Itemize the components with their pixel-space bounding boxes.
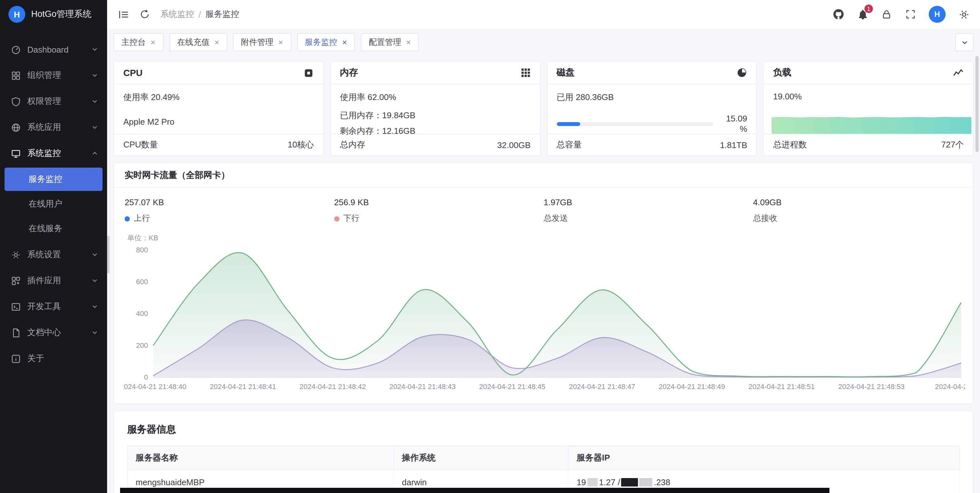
- sidebar-item-label: 关于: [27, 353, 98, 364]
- ip-text: 1.27 /: [599, 477, 620, 487]
- sidebar-item-monitor[interactable]: 系统监控: [0, 140, 107, 166]
- svg-text:600: 600: [136, 278, 148, 286]
- fullscreen-icon[interactable]: [905, 8, 916, 20]
- dashboard-icon: [11, 45, 21, 54]
- ip-text: .238: [654, 477, 670, 487]
- cpu-footer-label: CPU数量: [123, 139, 158, 151]
- memory-card: 内存 使用率 62.00% 已用内存：19.84GB 剩余内存：12.16GB …: [330, 61, 541, 156]
- vertical-scrollbar-thumb[interactable]: [975, 56, 979, 152]
- lock-icon[interactable]: [881, 8, 892, 20]
- chevron-down-icon: [92, 124, 98, 131]
- stat-total-received: 4.09GB 总接收: [753, 198, 963, 224]
- column-header-ip: 服务器IP: [568, 446, 959, 470]
- tab-options-chevron[interactable]: [955, 33, 974, 51]
- main-area: 系统监控 / 服务监控 1 H: [107, 0, 980, 493]
- svg-text:2024-04-21 21:48:49: 2024-04-21 21:48:49: [659, 383, 725, 391]
- sidebar-item-label: 权限管理: [27, 96, 85, 107]
- plugin-icon: [11, 276, 21, 286]
- sidebar-item-devtools[interactable]: 开发工具: [0, 294, 107, 319]
- cpu-usage-text: 使用率 20.49%: [123, 92, 314, 103]
- stat-downstream: 256.9 KB 下行: [334, 198, 544, 224]
- tab-attachments[interactable]: 附件管理 ✕: [233, 33, 291, 51]
- settings-gear-icon[interactable]: [958, 8, 970, 20]
- document-icon: [11, 328, 21, 337]
- disk-footer-value: 1.81TB: [720, 140, 747, 150]
- memory-footer-label: 总内存: [340, 139, 365, 151]
- top-header: 系统监控 / 服务监控 1 H: [107, 0, 980, 29]
- svg-text:2024-04-21 21:48:42: 2024-04-21 21:48:42: [299, 383, 366, 391]
- stat-upstream: 257.07 KB 上行: [125, 198, 334, 224]
- memory-used-text: 已用内存：19.84GB: [340, 110, 531, 121]
- user-avatar[interactable]: H: [929, 6, 946, 23]
- cpu-card-title: CPU: [123, 67, 142, 78]
- tab-dashboard[interactable]: 主控台 ✕: [114, 33, 164, 51]
- tab-label: 在线充值: [177, 37, 210, 48]
- svg-text:2024-04-21 21:48:45: 2024-04-21 21:48:45: [479, 383, 545, 391]
- refresh-icon[interactable]: [139, 8, 151, 20]
- tab-online-recharge[interactable]: 在线充值 ✕: [169, 33, 228, 51]
- sidebar-item-label: 系统应用: [27, 121, 85, 133]
- svg-text:2024-04-21 21:48:53: 2024-04-21 21:48:53: [838, 383, 904, 391]
- trend-chart-icon: [953, 67, 964, 78]
- svg-text:2024-04-21 21:48:40: 2024-04-21 21:48:40: [123, 383, 186, 391]
- github-icon[interactable]: [833, 8, 844, 20]
- downstream-dot: [334, 216, 339, 221]
- tab-close-icon[interactable]: ✕: [406, 39, 411, 46]
- info-icon: [11, 354, 21, 364]
- disk-progress-bar: [557, 123, 714, 126]
- stat-label: 下行: [343, 213, 360, 224]
- sidebar-subitem-service-monitor[interactable]: 服务监控: [5, 168, 103, 191]
- cpu-model-text: Apple M2 Pro: [123, 117, 314, 127]
- tab-close-icon[interactable]: ✕: [214, 39, 220, 46]
- chevron-down-icon: [92, 98, 98, 105]
- cpu-card: CPU 使用率 20.49% Apple M2 Pro CPU数量 10核心: [114, 61, 324, 156]
- sidebar: H HotGo管理系统 Dashboard 组织管理: [0, 0, 107, 493]
- network-stats-row: 257.07 KB 上行 256.9 KB 下行 1.97GB 总发送 4.09…: [114, 188, 973, 224]
- server-info-card: 服务器信息 服务器名称 操作系统 服务器IP mengshuaideMBP da…: [114, 410, 974, 493]
- tab-close-icon[interactable]: ✕: [342, 39, 347, 46]
- sidebar-item-docs[interactable]: 文档中心: [0, 319, 107, 346]
- sidebar-subitem-online-services[interactable]: 在线服务: [5, 217, 103, 240]
- tab-config[interactable]: 配置管理 ✕: [361, 33, 419, 51]
- sidebar-collapse-icon[interactable]: [118, 8, 129, 20]
- sidebar-item-plugins[interactable]: 插件应用: [0, 268, 107, 294]
- tab-label: 主控台: [121, 37, 146, 48]
- sidebar-subitem-online-users[interactable]: 在线用户: [5, 192, 103, 215]
- sidebar-menu: Dashboard 组织管理 权限管理: [0, 29, 107, 493]
- tab-close-icon[interactable]: ✕: [278, 39, 284, 46]
- sidebar-item-label: Dashboard: [27, 45, 85, 54]
- notification-bell-icon[interactable]: 1: [857, 8, 869, 20]
- load-card-title: 负载: [773, 67, 791, 78]
- memory-usage-text: 使用率 62.00%: [340, 92, 531, 103]
- header-actions: 1 H: [833, 6, 970, 23]
- server-table: 服务器名称 操作系统 服务器IP mengshuaideMBP darwin 1…: [127, 445, 960, 493]
- table-header-row: 服务器名称 操作系统 服务器IP: [127, 446, 959, 470]
- sidebar-item-dashboard[interactable]: Dashboard: [0, 37, 107, 62]
- sidebar-item-label: 插件应用: [27, 275, 85, 286]
- tab-service-monitor[interactable]: 服务监控 ✕: [297, 33, 355, 51]
- app-logo[interactable]: H HotGo管理系统: [0, 0, 107, 29]
- sidebar-item-org[interactable]: 组织管理: [0, 62, 107, 88]
- svg-text:0: 0: [144, 373, 148, 381]
- sidebar-item-settings[interactable]: 系统设置: [0, 242, 107, 268]
- stat-value: 257.07 KB: [125, 198, 334, 207]
- disk-percent-text: 15.09 %: [720, 114, 747, 135]
- stat-label: 上行: [134, 213, 150, 224]
- sidebar-item-label: 文档中心: [27, 327, 85, 338]
- tab-label: 配置管理: [369, 37, 401, 48]
- disk-card: 磁盘 已用 280.36GB 15.09 %: [547, 61, 757, 156]
- chevron-down-icon: [92, 72, 98, 78]
- breadcrumb-current: 服务监控: [205, 8, 239, 20]
- notification-badge: 1: [864, 4, 873, 14]
- column-header-name: 服务器名称: [127, 446, 394, 470]
- stat-label: 总接收: [753, 213, 778, 224]
- redacted-row-strip: [120, 488, 829, 493]
- breadcrumb-parent[interactable]: 系统监控: [160, 8, 194, 20]
- sidebar-item-permission[interactable]: 权限管理: [0, 88, 107, 114]
- tab-close-icon[interactable]: ✕: [150, 39, 156, 46]
- chevron-down-icon: [92, 329, 98, 336]
- sidebar-item-apps[interactable]: 系统应用: [0, 114, 107, 140]
- logo-icon: H: [8, 6, 25, 23]
- sidebar-item-about[interactable]: 关于: [0, 346, 107, 372]
- sidebar-scrollbar-thumb[interactable]: [107, 236, 110, 273]
